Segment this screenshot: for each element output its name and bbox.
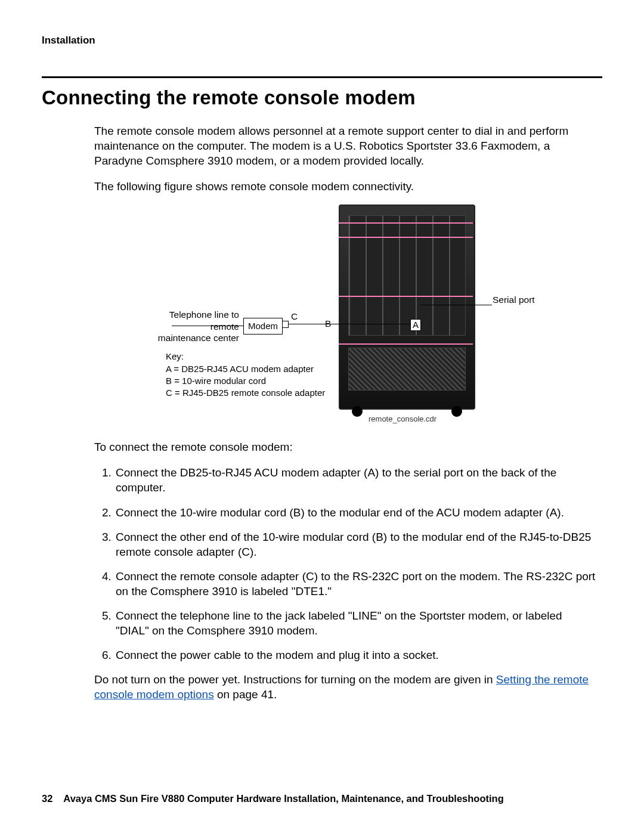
point-a: A	[410, 319, 421, 331]
highlight-line	[339, 343, 473, 345]
body: The remote console modem allows personne…	[94, 123, 596, 702]
cord-line	[283, 324, 410, 324]
callout-line	[420, 305, 492, 305]
closing-paragraph: Do not turn on the power yet. Instructio…	[94, 672, 596, 702]
page-number: 32	[42, 793, 52, 804]
key-c: C = RJ45-DB25 remote console adapter	[166, 387, 325, 399]
key-title: Key:	[166, 351, 325, 363]
highlight-line	[339, 296, 473, 297]
caster-icon	[451, 406, 462, 417]
intro-paragraph-1: The remote console modem allows personne…	[94, 123, 596, 168]
running-header: Installation	[42, 35, 602, 47]
step-item: Connect the other end of the 10-wire mod…	[114, 529, 596, 559]
figure-remote-console: Serial port A B C Modem Telephone line t…	[94, 205, 596, 425]
step-item: Connect the power cable to the modem and…	[114, 648, 596, 662]
highlight-line	[339, 237, 473, 238]
step-item: Connect the 10-wire modular cord (B) to …	[114, 505, 596, 520]
page: Installation Connecting the remote conso…	[0, 0, 644, 833]
closing-text: Do not turn on the power yet. Instructio…	[94, 673, 496, 686]
figure-key: Key: A = DB25-RJ45 ACU modem adapter B =…	[166, 351, 325, 399]
intro-paragraph-2: The following figure shows remote consol…	[94, 179, 596, 194]
title-rule	[42, 76, 602, 78]
page-title: Connecting the remote console modem	[42, 86, 602, 109]
steps-list: Connect the DB25-to-RJ45 ACU modem adapt…	[94, 465, 596, 662]
steps-lead-in: To connect the remote console modem:	[94, 439, 596, 454]
figure-filename: remote_console.cdr	[369, 414, 436, 423]
page-footer: 32 Avaya CMS Sun Fire V880 Computer Hard…	[42, 793, 602, 804]
server-rack-image	[339, 205, 475, 410]
step-item: Connect the remote console adapter (C) t…	[114, 569, 596, 599]
key-b: B = 10-wire modular cord	[166, 375, 325, 387]
highlight-line	[339, 222, 473, 224]
key-a: A = DB25-RJ45 ACU modem adapter	[166, 363, 325, 375]
modem-box: Modem	[243, 318, 283, 335]
footer-doc-title: Avaya CMS Sun Fire V880 Computer Hardwar…	[63, 793, 503, 804]
step-item: Connect the DB25-to-RJ45 ACU modem adapt…	[114, 465, 596, 495]
telephone-line	[172, 326, 243, 326]
point-c: C	[291, 311, 298, 322]
step-item: Connect the telephone line to the jack l…	[114, 608, 596, 638]
label-serial-port: Serial port	[493, 294, 535, 305]
label-telephone-line: Telephone line to remote maintenance cen…	[156, 309, 239, 343]
closing-text-post: on page 41.	[214, 688, 277, 701]
caster-icon	[352, 406, 363, 417]
